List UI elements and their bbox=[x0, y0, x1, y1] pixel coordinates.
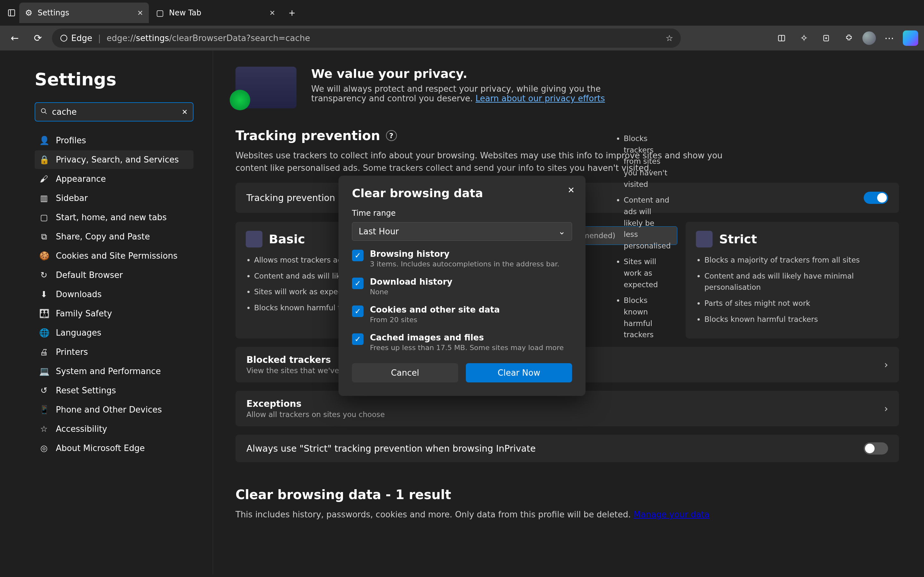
svg-rect-0 bbox=[8, 10, 15, 16]
clear-option[interactable]: ✓Download historyNone bbox=[352, 277, 572, 296]
tab-actions-icon[interactable] bbox=[5, 6, 18, 19]
refresh-button[interactable]: ⟳ bbox=[29, 29, 47, 47]
checkbox[interactable]: ✓ bbox=[352, 250, 363, 261]
option-desc: Frees up less than 17.5 MB. Some sites m… bbox=[370, 343, 564, 351]
close-icon[interactable]: ✕ bbox=[269, 9, 275, 17]
modal-overlay: Clear browsing data ✕ Time range Last Ho… bbox=[3, 51, 921, 574]
option-title: Browsing history bbox=[370, 249, 559, 259]
option-desc: From 20 sites bbox=[370, 316, 500, 324]
site-identity: Edge bbox=[60, 33, 92, 43]
profile-avatar[interactable] bbox=[863, 31, 876, 45]
split-screen-icon[interactable] bbox=[772, 29, 790, 47]
clear-data-dialog: Clear browsing data ✕ Time range Last Ho… bbox=[338, 176, 586, 396]
url-text: edge://settings/clearBrowserData?search=… bbox=[107, 33, 310, 43]
option-desc: None bbox=[370, 288, 452, 296]
close-icon[interactable]: ✕ bbox=[137, 9, 143, 17]
tab-settings[interactable]: ⚙ Settings ✕ bbox=[19, 3, 149, 23]
copilot-icon[interactable] bbox=[903, 31, 918, 46]
page-icon: ▢ bbox=[156, 8, 164, 18]
tab-strip: ⚙ Settings ✕ ▢ New Tab ✕ ＋ bbox=[0, 0, 924, 26]
clear-now-button[interactable]: Clear Now bbox=[466, 363, 572, 382]
back-button[interactable]: ← bbox=[6, 29, 24, 47]
clear-option[interactable]: ✓Cached images and filesFrees up less th… bbox=[352, 333, 572, 351]
clear-option[interactable]: ✓Cookies and other site dataFrom 20 site… bbox=[352, 305, 572, 324]
menu-icon[interactable]: ⋯ bbox=[880, 29, 898, 47]
clear-option[interactable]: ✓Browsing history3 items. Includes autoc… bbox=[352, 249, 572, 268]
dialog-title: Clear browsing data bbox=[352, 187, 572, 200]
svg-point-2 bbox=[61, 35, 67, 41]
chevron-down-icon: ⌄ bbox=[558, 227, 565, 236]
option-desc: 3 items. Includes autocompletions in the… bbox=[370, 260, 559, 268]
new-tab-button[interactable]: ＋ bbox=[282, 6, 302, 20]
tab-label: Settings bbox=[37, 8, 69, 17]
close-dialog-icon[interactable]: ✕ bbox=[567, 185, 575, 195]
favorite-icon[interactable]: ☆ bbox=[666, 33, 673, 43]
checkbox[interactable]: ✓ bbox=[352, 277, 363, 289]
address-bar[interactable]: Edge | edge://settings/clearBrowserData?… bbox=[52, 29, 681, 48]
checkbox[interactable]: ✓ bbox=[352, 334, 363, 345]
collections-icon[interactable] bbox=[817, 29, 835, 47]
option-title: Download history bbox=[370, 277, 452, 287]
select-value: Last Hour bbox=[359, 227, 399, 236]
gear-icon: ⚙ bbox=[25, 8, 32, 18]
time-range-label: Time range bbox=[352, 209, 572, 218]
toolbar: ← ⟳ Edge | edge://settings/clearBrowserD… bbox=[0, 26, 924, 51]
time-range-select[interactable]: Last Hour ⌄ bbox=[352, 222, 572, 241]
favorites-icon[interactable]: ✧ bbox=[795, 29, 813, 47]
option-title: Cached images and files bbox=[370, 333, 564, 342]
extensions-icon[interactable] bbox=[840, 29, 858, 47]
tab-label: New Tab bbox=[169, 8, 202, 17]
checkbox[interactable]: ✓ bbox=[352, 306, 363, 317]
settings-page: Settings ✕ 👤Profiles🔒Privacy, Search, an… bbox=[3, 51, 921, 574]
tab-newtab[interactable]: ▢ New Tab ✕ bbox=[150, 3, 281, 23]
option-title: Cookies and other site data bbox=[370, 305, 500, 314]
cancel-button[interactable]: Cancel bbox=[352, 363, 458, 382]
